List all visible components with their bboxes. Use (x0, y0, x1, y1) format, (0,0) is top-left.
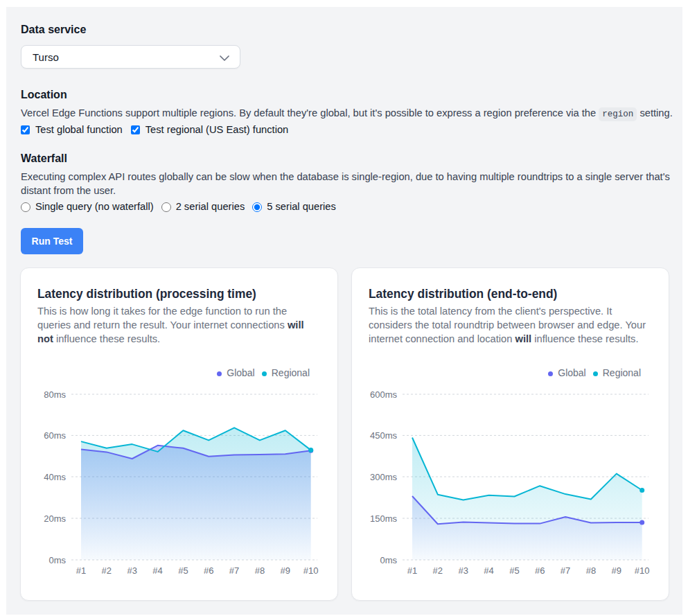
svg-text:20ms: 20ms (44, 513, 66, 524)
svg-text:#3: #3 (127, 565, 136, 576)
svg-text:#1: #1 (76, 565, 86, 576)
svg-text:#4: #4 (152, 565, 162, 576)
svg-text:#6: #6 (535, 565, 545, 576)
svg-text:#9: #9 (612, 565, 621, 576)
svg-text:#9: #9 (281, 565, 290, 576)
svg-text:600ms: 600ms (370, 389, 398, 400)
svg-text:60ms: 60ms (44, 430, 66, 441)
svg-text:0ms: 0ms (48, 555, 66, 565)
svg-text:#6: #6 (204, 565, 213, 576)
svg-text:#7: #7 (229, 565, 239, 576)
svg-text:#10: #10 (635, 565, 650, 576)
svg-text:#2: #2 (433, 565, 443, 576)
svg-text:#4: #4 (484, 565, 493, 576)
svg-text:#8: #8 (255, 565, 265, 576)
svg-text:0ms: 0ms (380, 555, 397, 565)
svg-text:40ms: 40ms (44, 472, 66, 482)
svg-text:#7: #7 (561, 565, 570, 576)
svg-text:#5: #5 (178, 565, 188, 576)
svg-text:450ms: 450ms (370, 430, 398, 441)
svg-text:#5: #5 (509, 565, 519, 576)
svg-text:#8: #8 (586, 565, 596, 576)
svg-text:#3: #3 (458, 565, 468, 576)
svg-text:150ms: 150ms (370, 513, 398, 524)
svg-text:#1: #1 (407, 565, 417, 576)
svg-text:300ms: 300ms (370, 472, 398, 482)
svg-text:80ms: 80ms (44, 389, 66, 400)
svg-text:#10: #10 (303, 565, 319, 576)
svg-text:#2: #2 (102, 565, 112, 576)
